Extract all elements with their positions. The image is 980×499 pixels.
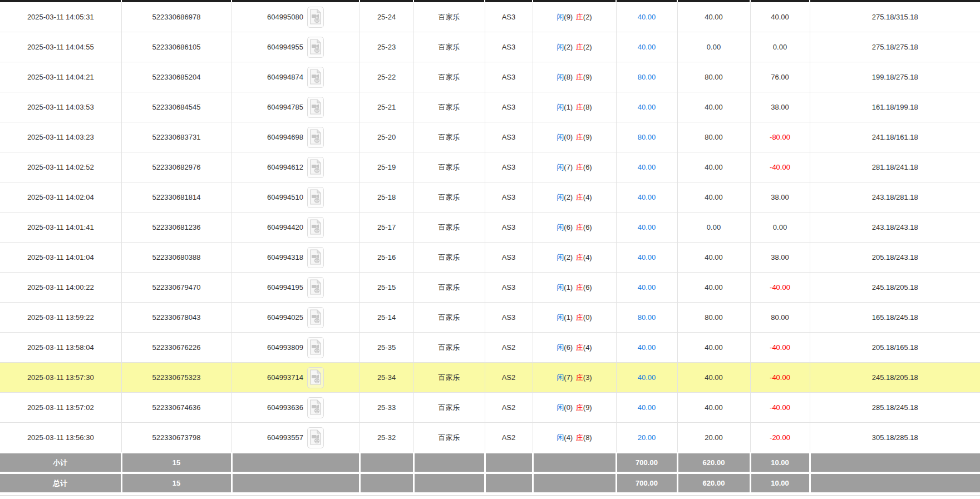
table-row[interactable]: 2025-03-11 14:01:04 522330680388 6049943… — [0, 243, 980, 273]
player-result-score: (0) — [564, 403, 573, 412]
cell-bet-amount: 40.00 — [616, 213, 677, 243]
cell-win-loss: -40.00 — [750, 273, 810, 303]
table-row[interactable]: 2025-03-11 14:00:22 522330679470 6049941… — [0, 273, 980, 303]
cell-result: 闲(0) 庄(9) — [533, 122, 616, 152]
table-row[interactable]: 2025-03-11 14:03:23 522330683731 6049946… — [0, 122, 980, 152]
cell-game-no: 604994785 — [232, 92, 360, 122]
cell-result: 闲(1) 庄(8) — [533, 92, 616, 122]
video-replay-button[interactable] — [307, 67, 324, 88]
video-replay-button[interactable] — [307, 247, 324, 268]
cell-game-type: 百家乐 — [413, 32, 485, 62]
table-row[interactable]: 2025-03-11 13:59:22 522330678043 6049940… — [0, 303, 980, 333]
player-result-score: (6) — [564, 343, 573, 352]
cell-round-no: 25-19 — [360, 152, 413, 182]
cell-table-name: AS3 — [485, 122, 533, 152]
cell-bet-amount: 40.00 — [616, 333, 677, 363]
cell-game-no: 604994420 — [232, 213, 360, 243]
player-result-label: 闲 — [557, 433, 564, 442]
cell-valid-amount: 40.00 — [677, 182, 750, 213]
game-no-text: 604994318 — [267, 253, 303, 261]
cell-bet-amount: 40.00 — [616, 92, 677, 122]
video-replay-button[interactable] — [307, 397, 324, 418]
cell-win-loss: 0.00 — [750, 32, 810, 62]
banker-result-label: 庄 — [576, 73, 583, 81]
banker-result-score: (3) — [583, 373, 592, 382]
table-row[interactable]: 2025-03-11 14:03:53 522330684545 6049947… — [0, 92, 980, 122]
total-empty-cell — [485, 473, 533, 492]
cell-balance: 241.18/161.18 — [810, 122, 980, 152]
table-row[interactable]: 2025-03-11 14:04:21 522330685204 6049948… — [0, 62, 980, 92]
player-result-label: 闲 — [557, 163, 564, 171]
video-replay-button[interactable] — [307, 187, 324, 208]
cell-bet-amount: 20.00 — [616, 423, 677, 453]
banker-result-score: (9) — [583, 73, 592, 81]
table-row[interactable]: 2025-03-11 13:56:30 522330673798 6049935… — [0, 423, 980, 453]
cell-valid-amount: 40.00 — [677, 393, 750, 423]
table-row[interactable]: 2025-03-11 14:02:52 522330682976 6049946… — [0, 152, 980, 182]
cell-round-no: 25-18 — [360, 182, 413, 213]
player-result-score: (7) — [564, 163, 573, 171]
table-row[interactable]: 2025-03-11 14:02:04 522330681814 6049945… — [0, 182, 980, 213]
cell-bet-slip-no: 522330676226 — [121, 333, 232, 363]
cell-valid-amount: 20.00 — [677, 423, 750, 453]
cell-bet-amount: 40.00 — [616, 363, 677, 393]
player-result-score: (0) — [564, 133, 573, 141]
cell-game-type: 百家乐 — [413, 122, 485, 152]
table-row[interactable]: 2025-03-11 13:58:04 522330676226 6049938… — [0, 333, 980, 363]
cell-bet-time: 2025-03-11 14:04:55 — [0, 32, 121, 62]
cell-balance: 205.18/165.18 — [810, 333, 980, 363]
video-replay-button[interactable] — [307, 367, 324, 388]
video-replay-button[interactable] — [307, 7, 324, 28]
cell-result: 闲(0) 庄(9) — [533, 393, 616, 423]
table-row[interactable]: 2025-03-11 13:57:02 522330674636 6049936… — [0, 393, 980, 423]
table-row[interactable]: 2025-03-11 13:57:30 522330675323 6049937… — [0, 363, 980, 393]
cell-result: 闲(4) 庄(8) — [533, 423, 616, 453]
subtotal-label: 小计 — [0, 453, 121, 473]
table-row[interactable]: 2025-03-11 14:04:55 522330686105 6049949… — [0, 32, 980, 62]
cell-result: 闲(2) 庄(4) — [533, 243, 616, 273]
subtotal-win-loss: 10.00 — [750, 453, 810, 473]
video-replay-button[interactable] — [307, 427, 324, 448]
player-result-label: 闲 — [557, 373, 564, 382]
banker-result-score: (0) — [583, 313, 592, 322]
cell-bet-amount: 80.00 — [616, 303, 677, 333]
cell-balance: 165.18/245.18 — [810, 303, 980, 333]
table-row[interactable]: 2025-03-11 14:05:31 522330686978 6049950… — [0, 2, 980, 32]
video-replay-button[interactable] — [307, 307, 324, 328]
cell-table-name: AS3 — [485, 2, 533, 32]
cell-valid-amount: 40.00 — [677, 243, 750, 273]
cell-balance: 285.18/245.18 — [810, 393, 980, 423]
cell-bet-amount: 40.00 — [616, 32, 677, 62]
video-replay-button[interactable] — [307, 97, 324, 118]
banker-result-score: (6) — [583, 223, 592, 231]
video-replay-button[interactable] — [307, 127, 324, 148]
game-no-text: 604994510 — [267, 193, 303, 201]
cell-valid-amount: 80.00 — [677, 122, 750, 152]
cell-bet-slip-no: 522330681814 — [121, 182, 232, 213]
video-replay-icon — [310, 249, 321, 265]
cell-game-no: 604993714 — [232, 363, 360, 393]
video-replay-button[interactable] — [307, 337, 324, 358]
cell-result: 闲(7) 庄(6) — [533, 152, 616, 182]
cell-valid-amount: 40.00 — [677, 2, 750, 32]
video-replay-button[interactable] — [307, 37, 324, 58]
banker-result-score: (4) — [583, 193, 592, 201]
banker-result-score: (6) — [583, 283, 592, 292]
game-no-text: 604994025 — [267, 313, 303, 322]
video-replay-icon — [310, 369, 321, 385]
cell-win-loss: 0.00 — [750, 213, 810, 243]
player-result-label: 闲 — [557, 253, 564, 261]
cell-result: 闲(8) 庄(9) — [533, 62, 616, 92]
total-empty-cell — [810, 473, 980, 492]
video-replay-button[interactable] — [307, 157, 324, 178]
cell-game-no: 604994318 — [232, 243, 360, 273]
cell-bet-amount: 40.00 — [616, 273, 677, 303]
video-replay-icon — [310, 129, 321, 145]
cell-win-loss: 40.00 — [750, 2, 810, 32]
banker-result-score: (2) — [583, 43, 592, 51]
video-replay-button[interactable] — [307, 277, 324, 298]
cell-balance: 281.18/241.18 — [810, 152, 980, 182]
table-row[interactable]: 2025-03-11 14:01:41 522330681236 6049944… — [0, 213, 980, 243]
video-replay-button[interactable] — [307, 217, 324, 238]
cell-round-no: 25-21 — [360, 92, 413, 122]
